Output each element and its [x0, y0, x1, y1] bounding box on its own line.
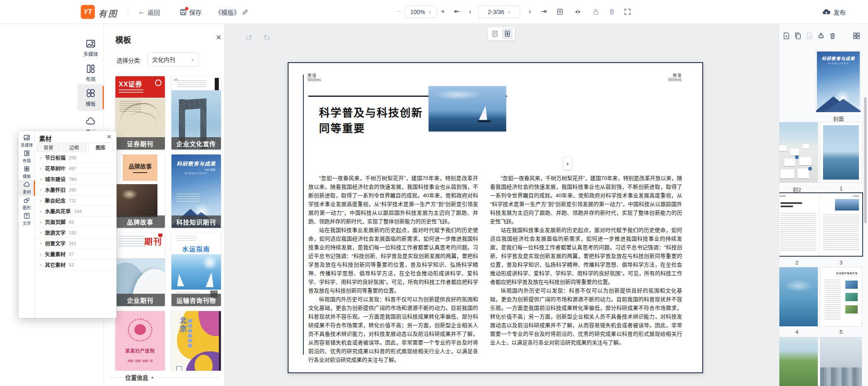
add-page-icon[interactable]	[783, 32, 790, 40]
page-thumb-label: 3	[820, 260, 862, 266]
duplicate-page-icon[interactable]	[794, 32, 802, 40]
lock-icon[interactable]	[592, 8, 599, 15]
template-item[interactable]: 科研教育与成果 2021合辑 HIGHLIGHT 科技知识期刊	[171, 154, 221, 228]
assets-panel-rail: 多媒体 布局 模板 素材 图形 文字	[19, 131, 35, 318]
page-indicator-select[interactable]: 2-3/36 ∨	[478, 6, 520, 18]
page-thumb-label: 2	[779, 260, 818, 266]
template-item[interactable]: 某某妇产医院	[115, 311, 165, 371]
asset-category-item[interactable]: ›页眉页脚65	[35, 217, 116, 227]
publish-button[interactable]: 发布	[822, 0, 846, 24]
rail-item-layout[interactable]: 布局	[19, 148, 35, 165]
import-page-icon[interactable]	[806, 32, 813, 40]
page-thumb-current-spread[interactable]	[779, 192, 863, 257]
expand-right-panel-tab[interactable]: ›	[563, 157, 572, 170]
app-logo[interactable]: YT	[81, 5, 95, 19]
article-title[interactable]: 科学普及与科技创新 同等重要	[319, 105, 423, 136]
clear-page-icon[interactable]	[817, 32, 825, 40]
rail-item-shapes[interactable]: 图形	[19, 195, 35, 212]
template-item[interactable]: 水运指南 运输咨询刊物	[171, 233, 221, 306]
media-icon	[86, 39, 96, 49]
text-column-left[interactable]: “忽如一夜春风来，千树万树梨花开”，建国70年来，特别是改革开放以来，随着我国经…	[308, 174, 478, 364]
page-thumb-cover[interactable]: 科研教育与成果 HIGHLIGHT	[816, 50, 861, 112]
rail-item-assets[interactable]: 素材	[19, 180, 35, 197]
asset-category-item[interactable]: ›水墨风花草194	[35, 206, 116, 217]
last-page-button[interactable]: ⇥	[541, 8, 547, 15]
zoom-select[interactable]: 100% ∨	[405, 6, 437, 18]
chevron-right-icon: ›	[40, 219, 42, 225]
back-button[interactable]: ← 返回	[138, 0, 160, 24]
page-accent-rule	[303, 75, 304, 355]
rail-item-template[interactable]: 模板	[19, 164, 35, 181]
page-thumb-1[interactable]	[820, 122, 862, 183]
first-page-button[interactable]: ⇤	[454, 8, 460, 15]
delete-page-icon[interactable]	[829, 32, 836, 40]
tab-gallery[interactable]: 图库	[88, 143, 113, 152]
sailboat-image[interactable]	[429, 86, 506, 131]
rail-item-media[interactable]: 多媒体	[19, 133, 35, 150]
tab-borders[interactable]: 边框	[62, 143, 87, 152]
template-grid: XX证券 证券期刊 03 企业文化宣传	[104, 73, 225, 371]
template-label: 企业期刊	[115, 294, 165, 306]
template-item[interactable]: 北京	[171, 311, 221, 371]
cloud-icon	[23, 181, 30, 188]
page-thumb-inside-cover[interactable]	[779, 122, 818, 183]
pages-panel: 科研教育与成果 HIGHLIGHT 封面 封2 1	[779, 24, 868, 386]
layout-icon	[86, 64, 96, 74]
rail-item-layout[interactable]: 布局	[77, 60, 104, 86]
grid-view-icon[interactable]	[853, 32, 860, 40]
asset-category-item[interactable]: ›水墨怀旧290	[35, 185, 116, 195]
page-thumb-3[interactable]	[820, 193, 863, 256]
asset-category-item[interactable]: ›城市建设784	[35, 174, 116, 185]
template-item[interactable]: 品牌故事 品牌故事	[115, 154, 165, 228]
tab-backgrounds[interactable]: 背景	[37, 143, 60, 152]
asset-category-item[interactable]: ›花草树叶487	[35, 163, 116, 174]
next-page-button[interactable]: ›	[529, 8, 531, 15]
cloud-upload-icon	[822, 8, 830, 16]
page-setup-icon[interactable]	[556, 8, 563, 15]
single-page-view-button[interactable]	[490, 28, 500, 39]
prev-page-button[interactable]: ‹	[469, 8, 471, 15]
zoom-in-button[interactable]: +	[441, 8, 445, 15]
redo-icon[interactable]: ↻	[263, 33, 271, 43]
spread-view-button[interactable]	[502, 28, 513, 39]
asset-category-item[interactable]: ›聚会纪念711	[35, 195, 116, 206]
media-icon	[23, 134, 30, 141]
template-item[interactable]: 03 企业文化宣传	[171, 76, 221, 150]
template-item[interactable]: XX证券 证券期刊	[115, 76, 165, 150]
close-icon[interactable]: ×	[216, 32, 221, 43]
template-item[interactable]: 期刊 企业期刊	[115, 233, 165, 306]
asset-category-item[interactable]: ›旅游文字192	[35, 227, 116, 238]
rail-item-text[interactable]: 文字	[19, 211, 35, 228]
mirror-pages-icon[interactable]	[574, 8, 582, 15]
page-thumb-label: 封面	[817, 115, 860, 122]
save-button[interactable]: 保存	[180, 0, 202, 24]
close-icon[interactable]: ×	[107, 133, 111, 141]
category-select[interactable]: 文化内刊 ∨	[148, 52, 199, 66]
rail-item-template[interactable]: 模板	[77, 84, 104, 111]
position-info-section[interactable]: 位置信息 ∧	[104, 372, 225, 383]
rail-item-media[interactable]: 多媒体	[77, 35, 104, 61]
page-spread[interactable]: 寄语 Wishes 寄语 Wishes 科学普及与科技创新 同等重要 “忽如一夜…	[288, 62, 703, 373]
rename-button[interactable]	[242, 0, 248, 24]
asset-category-item[interactable]: ›节日祝福299	[35, 152, 116, 163]
canvas-area[interactable]: ↺ ↻ 寄语 Wishes 寄语 Wishes 科学普及与科技创新 同等重要	[225, 24, 779, 386]
page-thumb-next[interactable]	[820, 337, 862, 386]
page-thumb-2[interactable]	[779, 193, 820, 256]
page-thumb-5[interactable]: CONTENTS	[820, 267, 862, 327]
chevron-right-icon: ›	[40, 262, 42, 268]
trash-icon[interactable]	[608, 8, 615, 15]
page-thumb-4[interactable]	[779, 267, 818, 327]
page-thumb-next[interactable]	[779, 337, 818, 386]
asset-category-item[interactable]: ›创意文字261	[35, 238, 116, 249]
template-icon	[23, 166, 30, 172]
text-column-right[interactable]: “忽如一夜春风来，千树万树梨花开”，建国70年来，特别是改革开放以来，随着我国经…	[490, 174, 682, 347]
pages-scrollbar[interactable]	[864, 97, 867, 223]
fullscreen-icon[interactable]	[624, 8, 631, 15]
cloud-icon	[86, 117, 96, 126]
zoom-out-button[interactable]: −	[397, 8, 401, 15]
template-cover-art: 北京	[171, 311, 221, 371]
toolbar-divider	[128, 7, 128, 17]
asset-category-item[interactable]: ›矢量素材37	[35, 249, 116, 260]
undo-icon[interactable]: ↺	[245, 33, 253, 43]
asset-category-item[interactable]: ›其它素材52	[35, 260, 116, 270]
